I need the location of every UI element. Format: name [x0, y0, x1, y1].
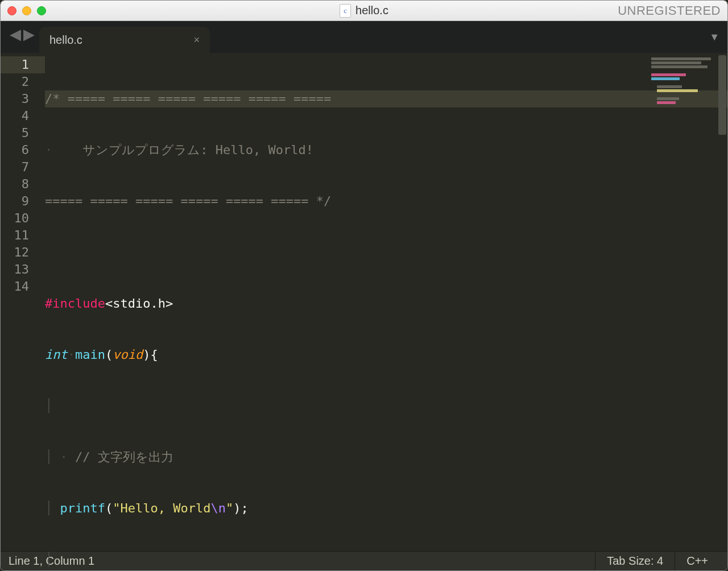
line-number: 11 [1, 227, 29, 244]
line-number: 5 [1, 125, 29, 142]
line-number: 13 [1, 261, 29, 278]
line-gutter: 1 2 3 4 5 6 7 8 9 10 11 12 13 14 [1, 53, 45, 551]
code-line: ===== ===== ===== ===== ===== ===== */ [45, 193, 727, 210]
close-tab-icon[interactable]: × [193, 34, 200, 46]
code-line: /* ===== ===== ===== ===== ===== ===== [45, 90, 727, 107]
window-title-text: hello.c [355, 4, 388, 17]
line-number: 4 [1, 107, 29, 125]
code-line: int·main(void){ [45, 346, 727, 363]
zoom-window-icon[interactable] [37, 6, 46, 15]
tab-label: hello.c [49, 34, 82, 47]
line-number: 2 [1, 73, 29, 90]
code-line: │ [45, 551, 727, 568]
minimize-window-icon[interactable] [22, 6, 31, 15]
traffic-lights [7, 6, 46, 15]
tab-bar: ◀ ▶ hello.c × ▼ [1, 21, 727, 53]
code-line: · サンプルプログラム: Hello, World! [45, 142, 727, 159]
code-line: #include<stdio.h> [45, 295, 727, 312]
back-icon[interactable]: ◀ [10, 27, 21, 42]
window-title: c hello.c [340, 4, 388, 18]
line-number: 14 [1, 278, 29, 295]
unregistered-label: UNREGISTERED [618, 3, 721, 18]
vertical-scrollbar[interactable] [718, 55, 726, 135]
line-number: 12 [1, 244, 29, 261]
close-window-icon[interactable] [7, 6, 16, 15]
code-line [45, 244, 727, 261]
line-number: 9 [1, 193, 29, 210]
history-nav: ◀ ▶ [6, 21, 39, 53]
tab-menu-icon[interactable]: ▼ [709, 31, 719, 43]
file-icon: c [340, 4, 351, 18]
line-number: 8 [1, 176, 29, 193]
code-line: │ [45, 398, 727, 415]
window-titlebar: c hello.c UNREGISTERED [1, 1, 727, 21]
line-number: 10 [1, 210, 29, 227]
line-number: 6 [1, 142, 29, 159]
code-area[interactable]: /* ===== ===== ===== ===== ===== ===== ·… [45, 53, 727, 551]
line-number: 3 [1, 90, 29, 107]
line-number: 7 [1, 159, 29, 176]
code-line: │ printf("Hello, World\n"); [45, 500, 727, 517]
code-line: │ · // 文字列を出力 [45, 449, 727, 466]
editor[interactable]: 1 2 3 4 5 6 7 8 9 10 11 12 13 14 /* ====… [1, 53, 727, 551]
tab-hello-c[interactable]: hello.c × [39, 27, 210, 53]
forward-icon[interactable]: ▶ [23, 27, 35, 42]
line-number: 1 [1, 56, 45, 73]
